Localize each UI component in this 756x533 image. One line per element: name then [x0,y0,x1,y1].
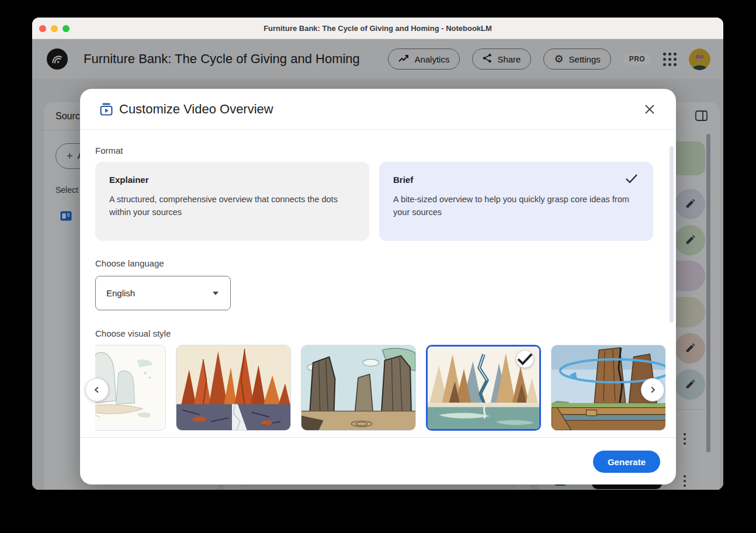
traffic-lights [39,18,70,39]
dialog-scrollbar[interactable] [670,146,674,323]
format-option-title: Explainer [109,175,355,185]
generate-button[interactable]: Generate [593,451,660,473]
visual-style-carousel [95,345,665,431]
selected-check-icon [516,351,533,368]
format-option-description: A structured, comprehensive overview tha… [109,193,352,219]
style-thumbnail-ink-comic[interactable] [301,345,416,431]
chevron-left-icon [93,386,101,394]
format-option-brief[interactable]: Brief A bite-sized overview to help you … [379,162,653,241]
dialog-title: Customize Video Overview [119,102,273,117]
chevron-right-icon [649,386,657,394]
format-option-title: Brief [393,175,639,185]
style-thumbnail-paper-cut[interactable] [426,345,541,431]
style-art [301,345,415,430]
language-section-label: Choose language [95,258,164,268]
window-title: Furniture Bank: The Cycle of Giving and … [263,24,492,33]
minimize-window-button[interactable] [51,25,58,32]
check-icon [625,174,638,186]
format-option-explainer[interactable]: Explainer A structured, comprehensive ov… [95,162,369,241]
close-window-button[interactable] [39,25,46,32]
format-section-label: Format [95,146,123,155]
language-value: English [106,288,135,298]
close-icon[interactable] [643,102,657,116]
screenshot-stage: Furniture Bank: The Cycle of Giving and … [0,0,756,533]
notebooklm-app: Furniture Bank: The Cycle of Giving and … [32,39,723,490]
dialog-footer: Generate [80,437,676,484]
macos-window: Furniture Bank: The Cycle of Giving and … [32,18,723,490]
dialog-header: Customize Video Overview [80,89,676,130]
window-titlebar: Furniture Bank: The Cycle of Giving and … [32,18,723,39]
carousel-previous-button[interactable] [85,378,109,402]
customize-video-overview-dialog: Customize Video Overview Format Explaine… [80,89,676,484]
style-art [176,345,290,430]
language-select[interactable]: English [95,276,231,310]
visual-style-section-label: Choose visual style [95,328,171,338]
carousel-next-button[interactable] [641,378,664,402]
chevron-down-icon [213,292,219,295]
style-thumbnail-vivid-canyon[interactable] [176,345,291,431]
format-option-description: A bite-sized overview to help you quickl… [393,193,636,219]
carousel-track [95,345,665,431]
zoom-window-button[interactable] [63,25,70,32]
video-overview-icon [99,102,113,116]
